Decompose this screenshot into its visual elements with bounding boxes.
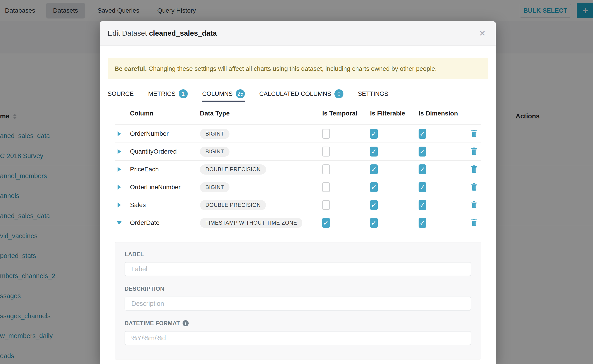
warning-banner: Be careful. Changing these settings will… xyxy=(108,58,488,79)
column-name: OrderNumber xyxy=(124,130,191,137)
is-temporal-checkbox[interactable] xyxy=(322,182,330,192)
is-dimension-checkbox[interactable] xyxy=(419,182,426,192)
trash-icon xyxy=(471,147,477,156)
modal-header: Edit Dataset cleaned_sales_data ✕ xyxy=(100,21,496,46)
column-name: Sales xyxy=(124,202,191,209)
columns-table: Column Data Type Is Temporal Is Filterab… xyxy=(115,102,481,232)
column-row: OrderLineNumberBIGINT xyxy=(115,178,481,196)
warning-bold-text: Be careful. xyxy=(114,65,147,72)
datetime-format-input[interactable] xyxy=(125,331,471,345)
delete-column-button[interactable] xyxy=(467,183,481,191)
column-name: QuantityOrdered xyxy=(124,148,191,155)
close-icon[interactable]: ✕ xyxy=(478,28,487,38)
tab-settings[interactable]: SETTINGS xyxy=(358,86,388,102)
info-icon[interactable]: i xyxy=(183,320,189,326)
trash-icon xyxy=(471,165,477,174)
tab-label: COLUMNS xyxy=(202,91,233,98)
is-temporal-checkbox[interactable] xyxy=(322,218,330,228)
column-row: OrderDateTIMESTAMP WITHOUT TIME ZONE xyxy=(115,214,481,232)
expand-caret-icon[interactable] xyxy=(118,185,121,190)
is-filterable-checkbox[interactable] xyxy=(370,218,378,228)
expand-caret-icon[interactable] xyxy=(118,131,121,136)
delete-column-button[interactable] xyxy=(467,165,481,174)
data-type-pill: BIGINT xyxy=(200,129,230,139)
column-name: OrderLineNumber xyxy=(124,184,191,191)
trash-icon xyxy=(471,183,477,191)
column-detail-panel: LABEL DESCRIPTION DATETIME FORMAT i xyxy=(115,242,481,359)
column-row: QuantityOrderedBIGINT xyxy=(115,143,481,161)
tab-calculated-columns[interactable]: CALCULATED COLUMNS0 xyxy=(259,86,343,102)
collapse-caret-icon[interactable] xyxy=(117,221,122,225)
is-dimension-checkbox[interactable] xyxy=(419,147,426,156)
column-row: OrderNumberBIGINT xyxy=(115,125,481,143)
trash-icon xyxy=(471,130,477,138)
modal-tabs: SOURCEMETRICS1COLUMNS25CALCULATED COLUMN… xyxy=(108,86,488,102)
is-filterable-checkbox[interactable] xyxy=(370,164,378,174)
warning-text: Changing these settings will affect all … xyxy=(148,65,437,72)
description-field-label: DESCRIPTION xyxy=(125,286,471,292)
expand-caret-icon[interactable] xyxy=(118,202,121,208)
is-filterable-checkbox[interactable] xyxy=(370,200,378,210)
is-dimension-checkbox[interactable] xyxy=(419,164,426,174)
is-temporal-checkbox[interactable] xyxy=(322,147,330,156)
delete-column-button[interactable] xyxy=(467,201,481,209)
tab-source[interactable]: SOURCE xyxy=(108,86,134,102)
dataset-name: cleaned_sales_data xyxy=(149,29,217,37)
is-temporal-header: Is Temporal xyxy=(322,110,370,117)
is-temporal-checkbox[interactable] xyxy=(322,129,330,139)
tab-label: CALCULATED COLUMNS xyxy=(259,91,331,98)
is-dimension-header: Is Dimension xyxy=(419,110,467,117)
tab-count-badge: 1 xyxy=(179,89,188,98)
data-type-pill: DOUBLE PRECISION xyxy=(200,164,266,175)
columns-table-header: Column Data Type Is Temporal Is Filterab… xyxy=(115,102,481,125)
column-name: PriceEach xyxy=(124,166,191,173)
delete-column-button[interactable] xyxy=(467,147,481,156)
delete-column-button[interactable] xyxy=(467,219,481,227)
trash-icon xyxy=(471,201,477,209)
is-filterable-checkbox[interactable] xyxy=(370,129,378,139)
trash-icon xyxy=(471,219,477,227)
is-dimension-checkbox[interactable] xyxy=(419,129,426,139)
column-row: SalesDOUBLE PRECISION xyxy=(115,196,481,214)
column-name: OrderDate xyxy=(124,219,191,227)
tab-count-badge: 25 xyxy=(236,89,245,98)
data-type-header: Data Type xyxy=(191,110,322,117)
datetime-format-field-label: DATETIME FORMAT i xyxy=(125,320,471,326)
is-filterable-header: Is Filterable xyxy=(370,110,419,117)
modal-title: Edit Dataset cleaned_sales_data xyxy=(108,29,217,38)
tab-label: METRICS xyxy=(148,91,176,98)
column-header: Column xyxy=(124,110,191,117)
is-dimension-checkbox[interactable] xyxy=(419,218,426,228)
expand-caret-icon[interactable] xyxy=(118,167,121,172)
column-row: PriceEachDOUBLE PRECISION xyxy=(115,161,481,178)
label-input[interactable] xyxy=(125,262,471,276)
tab-label: SOURCE xyxy=(108,91,134,98)
data-type-pill: DOUBLE PRECISION xyxy=(200,200,266,210)
tab-count-badge: 0 xyxy=(334,89,343,98)
data-type-pill: BIGINT xyxy=(200,147,230,157)
edit-dataset-modal: Edit Dataset cleaned_sales_data ✕ Be car… xyxy=(100,21,496,364)
expand-caret-icon[interactable] xyxy=(118,149,121,154)
modal-body: Be careful. Changing these settings will… xyxy=(100,58,496,359)
tab-columns[interactable]: COLUMNS25 xyxy=(202,86,245,102)
is-temporal-checkbox[interactable] xyxy=(322,164,330,174)
is-temporal-checkbox[interactable] xyxy=(322,200,330,210)
tab-metrics[interactable]: METRICS1 xyxy=(148,86,188,102)
screen: DatabasesDatasetsSaved QueriesQuery Hist… xyxy=(0,0,593,364)
is-filterable-checkbox[interactable] xyxy=(370,147,378,156)
delete-column-button[interactable] xyxy=(467,130,481,138)
is-dimension-checkbox[interactable] xyxy=(419,200,426,210)
is-filterable-checkbox[interactable] xyxy=(370,182,378,192)
data-type-pill: TIMESTAMP WITHOUT TIME ZONE xyxy=(200,218,302,228)
tab-label: SETTINGS xyxy=(358,91,388,98)
label-field-label: LABEL xyxy=(125,251,471,258)
description-input[interactable] xyxy=(125,297,471,311)
data-type-pill: BIGINT xyxy=(200,182,230,192)
